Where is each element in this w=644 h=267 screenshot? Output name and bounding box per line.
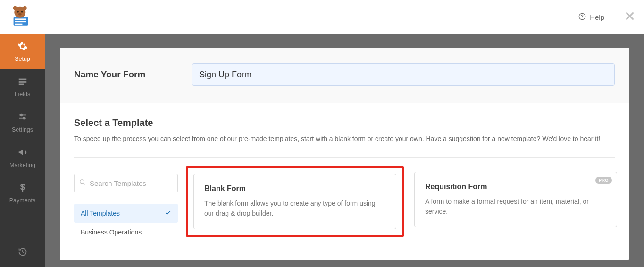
svg-rect-13 [18, 81, 26, 83]
top-right-region: Help [568, 0, 644, 34]
template-section: Select a Template To speed up the proces… [60, 103, 629, 245]
card-title: Blank Form [204, 184, 385, 193]
category-label: All Templates [81, 209, 120, 217]
sidebar-item-label: Marketing [9, 162, 35, 168]
sliders-icon [17, 112, 28, 124]
feedback-link[interactable]: We'd love to hear it [542, 135, 598, 142]
svg-rect-14 [18, 84, 24, 85]
card-title: Requisition Form [425, 183, 606, 191]
gear-icon [17, 41, 28, 53]
svg-point-11 [582, 17, 582, 18]
svg-point-16 [20, 114, 22, 116]
svg-point-6 [23, 6, 27, 10]
svg-point-18 [23, 117, 25, 119]
template-sidebar: All Templates Business Operations [74, 158, 178, 245]
template-card-highlight: Blank Form The blank form allows you to … [186, 166, 404, 237]
svg-rect-12 [18, 79, 26, 80]
svg-rect-3 [15, 24, 22, 25]
help-icon [578, 13, 586, 22]
pro-badge: PRO [595, 177, 612, 184]
svg-point-19 [80, 180, 84, 184]
svg-point-7 [17, 11, 19, 13]
check-icon [165, 209, 171, 217]
top-bar: Help [0, 0, 644, 34]
help-link[interactable]: Help [568, 0, 615, 34]
svg-rect-2 [15, 21, 26, 23]
create-your-own-link[interactable]: create your own [375, 135, 422, 142]
sidebar-item-settings[interactable]: Settings [0, 105, 45, 140]
svg-rect-1 [15, 18, 26, 20]
card-description: The blank form allows you to create any … [204, 199, 385, 218]
megaphone-icon [17, 147, 28, 159]
sidebar-item-fields[interactable]: Fields [0, 69, 45, 105]
template-cards: Blank Form The blank form allows you to … [178, 158, 617, 245]
template-body: All Templates Business Operations Blank … [74, 157, 615, 245]
template-search[interactable] [74, 174, 178, 192]
svg-line-20 [84, 183, 85, 185]
help-label: Help [590, 13, 604, 21]
sidebar-item-payments[interactable]: Payments [0, 175, 45, 211]
name-form-label: Name Your Form [74, 69, 192, 80]
category-business-operations[interactable]: Business Operations [74, 223, 178, 242]
sidebar-item-label: Fields [15, 91, 30, 98]
sidebar-item-setup[interactable]: Setup [0, 34, 45, 69]
card-description: A form to make a formal request for an i… [425, 197, 606, 217]
svg-point-9 [18, 13, 22, 15]
template-card-requisition-form[interactable]: PRO Requisition Form A form to make a fo… [414, 172, 617, 227]
category-all-templates[interactable]: All Templates [74, 204, 178, 223]
canvas: Name Your Form Select a Template To spee… [45, 34, 644, 267]
close-icon [625, 11, 635, 23]
sidebar-item-label: Setup [15, 56, 30, 62]
svg-point-5 [13, 6, 17, 10]
name-section: Name Your Form [60, 48, 629, 103]
category-label: Business Operations [81, 228, 142, 236]
dollar-icon [17, 183, 28, 194]
sidebar: Setup Fields Settings Marketing Payments [0, 34, 45, 267]
list-icon [17, 76, 28, 88]
template-card-blank-form[interactable]: Blank Form The blank form allows you to … [193, 174, 396, 229]
sidebar-item-label: Settings [12, 126, 33, 133]
svg-point-8 [21, 11, 23, 13]
blank-form-link[interactable]: blank form [335, 135, 366, 142]
sidebar-item-label: Payments [9, 197, 36, 204]
template-description: To speed up the process you can select f… [74, 134, 615, 144]
sidebar-history-button[interactable] [0, 239, 45, 267]
close-button[interactable] [615, 0, 644, 34]
template-search-input[interactable] [90, 179, 179, 187]
search-icon [79, 179, 86, 187]
form-name-input[interactable] [192, 63, 615, 86]
template-title: Select a Template [74, 117, 615, 128]
history-icon [18, 247, 27, 259]
sidebar-item-marketing[interactable]: Marketing [0, 140, 45, 175]
setup-panel: Name Your Form Select a Template To spee… [60, 48, 629, 260]
wpforms-logo [7, 5, 35, 29]
